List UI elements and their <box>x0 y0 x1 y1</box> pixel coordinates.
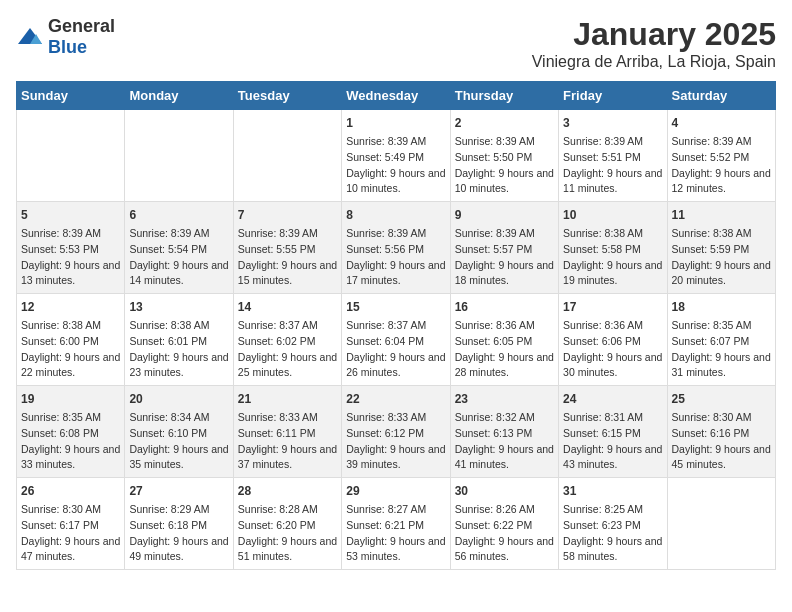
header-day-friday: Friday <box>559 82 667 110</box>
calendar-header: SundayMondayTuesdayWednesdayThursdayFrid… <box>17 82 776 110</box>
calendar-cell: 17Sunrise: 8:36 AMSunset: 6:06 PMDayligh… <box>559 294 667 386</box>
calendar-cell: 14Sunrise: 8:37 AMSunset: 6:02 PMDayligh… <box>233 294 341 386</box>
calendar-cell: 31Sunrise: 8:25 AMSunset: 6:23 PMDayligh… <box>559 478 667 570</box>
calendar-cell: 11Sunrise: 8:38 AMSunset: 5:59 PMDayligh… <box>667 202 775 294</box>
header-day-wednesday: Wednesday <box>342 82 450 110</box>
day-info: Sunrise: 8:35 AMSunset: 6:07 PMDaylight:… <box>672 318 771 381</box>
calendar-cell: 6Sunrise: 8:39 AMSunset: 5:54 PMDaylight… <box>125 202 233 294</box>
calendar-cell: 9Sunrise: 8:39 AMSunset: 5:57 PMDaylight… <box>450 202 558 294</box>
calendar-week-5: 26Sunrise: 8:30 AMSunset: 6:17 PMDayligh… <box>17 478 776 570</box>
day-info: Sunrise: 8:39 AMSunset: 5:57 PMDaylight:… <box>455 226 554 289</box>
day-info: Sunrise: 8:39 AMSunset: 5:49 PMDaylight:… <box>346 134 445 197</box>
day-number: 25 <box>672 390 771 408</box>
day-info: Sunrise: 8:27 AMSunset: 6:21 PMDaylight:… <box>346 502 445 565</box>
day-info: Sunrise: 8:35 AMSunset: 6:08 PMDaylight:… <box>21 410 120 473</box>
logo: General Blue <box>16 16 115 58</box>
day-info: Sunrise: 8:37 AMSunset: 6:02 PMDaylight:… <box>238 318 337 381</box>
calendar-cell: 20Sunrise: 8:34 AMSunset: 6:10 PMDayligh… <box>125 386 233 478</box>
header-day-thursday: Thursday <box>450 82 558 110</box>
day-number: 26 <box>21 482 120 500</box>
day-number: 31 <box>563 482 662 500</box>
day-info: Sunrise: 8:38 AMSunset: 5:59 PMDaylight:… <box>672 226 771 289</box>
main-title: January 2025 <box>532 16 776 53</box>
day-number: 6 <box>129 206 228 224</box>
day-number: 24 <box>563 390 662 408</box>
day-number: 11 <box>672 206 771 224</box>
calendar-cell: 29Sunrise: 8:27 AMSunset: 6:21 PMDayligh… <box>342 478 450 570</box>
day-info: Sunrise: 8:38 AMSunset: 6:00 PMDaylight:… <box>21 318 120 381</box>
day-number: 15 <box>346 298 445 316</box>
day-number: 8 <box>346 206 445 224</box>
logo-blue: Blue <box>48 37 87 57</box>
day-info: Sunrise: 8:39 AMSunset: 5:56 PMDaylight:… <box>346 226 445 289</box>
day-number: 18 <box>672 298 771 316</box>
day-number: 7 <box>238 206 337 224</box>
day-info: Sunrise: 8:39 AMSunset: 5:50 PMDaylight:… <box>455 134 554 197</box>
day-number: 10 <box>563 206 662 224</box>
calendar-cell <box>17 110 125 202</box>
day-info: Sunrise: 8:32 AMSunset: 6:13 PMDaylight:… <box>455 410 554 473</box>
day-number: 14 <box>238 298 337 316</box>
calendar-week-1: 1Sunrise: 8:39 AMSunset: 5:49 PMDaylight… <box>17 110 776 202</box>
calendar-cell: 1Sunrise: 8:39 AMSunset: 5:49 PMDaylight… <box>342 110 450 202</box>
header-day-saturday: Saturday <box>667 82 775 110</box>
day-info: Sunrise: 8:37 AMSunset: 6:04 PMDaylight:… <box>346 318 445 381</box>
day-info: Sunrise: 8:36 AMSunset: 6:05 PMDaylight:… <box>455 318 554 381</box>
day-info: Sunrise: 8:38 AMSunset: 6:01 PMDaylight:… <box>129 318 228 381</box>
calendar-cell: 27Sunrise: 8:29 AMSunset: 6:18 PMDayligh… <box>125 478 233 570</box>
calendar-cell <box>125 110 233 202</box>
calendar-cell: 28Sunrise: 8:28 AMSunset: 6:20 PMDayligh… <box>233 478 341 570</box>
calendar-cell: 4Sunrise: 8:39 AMSunset: 5:52 PMDaylight… <box>667 110 775 202</box>
day-number: 21 <box>238 390 337 408</box>
day-number: 13 <box>129 298 228 316</box>
calendar-cell: 25Sunrise: 8:30 AMSunset: 6:16 PMDayligh… <box>667 386 775 478</box>
logo-icon <box>16 26 44 48</box>
day-number: 2 <box>455 114 554 132</box>
calendar-body: 1Sunrise: 8:39 AMSunset: 5:49 PMDaylight… <box>17 110 776 570</box>
day-number: 19 <box>21 390 120 408</box>
calendar-cell: 16Sunrise: 8:36 AMSunset: 6:05 PMDayligh… <box>450 294 558 386</box>
calendar-cell: 8Sunrise: 8:39 AMSunset: 5:56 PMDaylight… <box>342 202 450 294</box>
calendar-cell: 24Sunrise: 8:31 AMSunset: 6:15 PMDayligh… <box>559 386 667 478</box>
header-day-sunday: Sunday <box>17 82 125 110</box>
day-number: 20 <box>129 390 228 408</box>
day-info: Sunrise: 8:33 AMSunset: 6:11 PMDaylight:… <box>238 410 337 473</box>
calendar-cell <box>667 478 775 570</box>
day-number: 28 <box>238 482 337 500</box>
day-number: 27 <box>129 482 228 500</box>
calendar-cell: 12Sunrise: 8:38 AMSunset: 6:00 PMDayligh… <box>17 294 125 386</box>
calendar-week-2: 5Sunrise: 8:39 AMSunset: 5:53 PMDaylight… <box>17 202 776 294</box>
day-info: Sunrise: 8:39 AMSunset: 5:54 PMDaylight:… <box>129 226 228 289</box>
calendar-cell: 18Sunrise: 8:35 AMSunset: 6:07 PMDayligh… <box>667 294 775 386</box>
logo-general: General <box>48 16 115 36</box>
day-number: 22 <box>346 390 445 408</box>
calendar-cell: 19Sunrise: 8:35 AMSunset: 6:08 PMDayligh… <box>17 386 125 478</box>
day-number: 3 <box>563 114 662 132</box>
day-number: 30 <box>455 482 554 500</box>
calendar-cell: 26Sunrise: 8:30 AMSunset: 6:17 PMDayligh… <box>17 478 125 570</box>
day-number: 5 <box>21 206 120 224</box>
calendar-cell: 30Sunrise: 8:26 AMSunset: 6:22 PMDayligh… <box>450 478 558 570</box>
day-number: 17 <box>563 298 662 316</box>
day-info: Sunrise: 8:31 AMSunset: 6:15 PMDaylight:… <box>563 410 662 473</box>
day-info: Sunrise: 8:39 AMSunset: 5:55 PMDaylight:… <box>238 226 337 289</box>
calendar-cell: 7Sunrise: 8:39 AMSunset: 5:55 PMDaylight… <box>233 202 341 294</box>
title-area: January 2025 Viniegra de Arriba, La Rioj… <box>532 16 776 71</box>
subtitle: Viniegra de Arriba, La Rioja, Spain <box>532 53 776 71</box>
calendar-table: SundayMondayTuesdayWednesdayThursdayFrid… <box>16 81 776 570</box>
calendar-cell <box>233 110 341 202</box>
calendar-week-3: 12Sunrise: 8:38 AMSunset: 6:00 PMDayligh… <box>17 294 776 386</box>
day-info: Sunrise: 8:33 AMSunset: 6:12 PMDaylight:… <box>346 410 445 473</box>
day-info: Sunrise: 8:25 AMSunset: 6:23 PMDaylight:… <box>563 502 662 565</box>
header-day-tuesday: Tuesday <box>233 82 341 110</box>
header-day-monday: Monday <box>125 82 233 110</box>
calendar-week-4: 19Sunrise: 8:35 AMSunset: 6:08 PMDayligh… <box>17 386 776 478</box>
calendar-cell: 13Sunrise: 8:38 AMSunset: 6:01 PMDayligh… <box>125 294 233 386</box>
day-number: 12 <box>21 298 120 316</box>
day-info: Sunrise: 8:26 AMSunset: 6:22 PMDaylight:… <box>455 502 554 565</box>
calendar-cell: 23Sunrise: 8:32 AMSunset: 6:13 PMDayligh… <box>450 386 558 478</box>
header: General Blue January 2025 Viniegra de Ar… <box>16 16 776 71</box>
day-number: 4 <box>672 114 771 132</box>
day-info: Sunrise: 8:39 AMSunset: 5:53 PMDaylight:… <box>21 226 120 289</box>
header-row: SundayMondayTuesdayWednesdayThursdayFrid… <box>17 82 776 110</box>
